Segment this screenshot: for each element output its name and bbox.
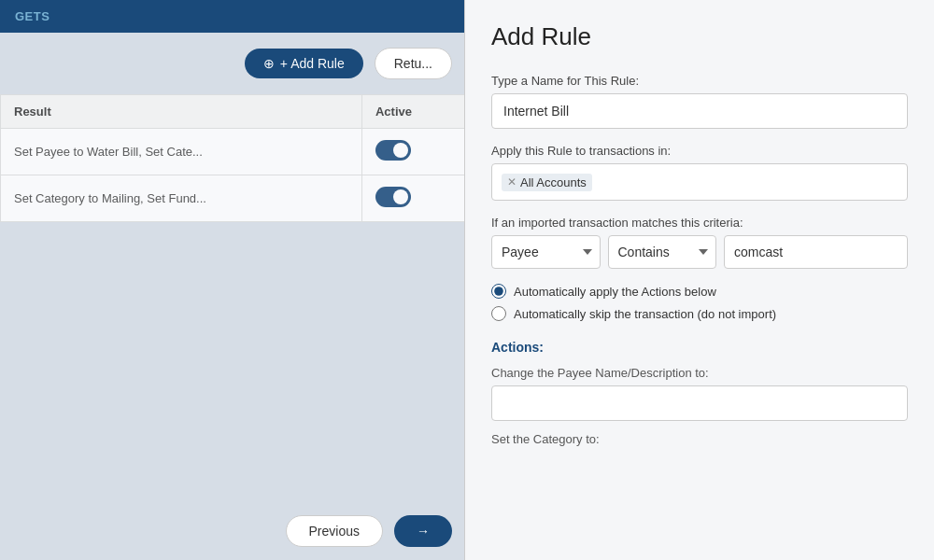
return-label: Retu... xyxy=(394,56,432,71)
previous-button[interactable]: Previous xyxy=(286,515,383,547)
left-footer: Previous → xyxy=(0,502,467,560)
criteria-label: If an imported transaction matches this … xyxy=(491,216,908,230)
rule-name-label: Type a Name for This Rule: xyxy=(491,74,908,88)
active-cell-1[interactable] xyxy=(361,129,466,175)
radio-item-apply: Automatically apply the Actions below xyxy=(491,284,908,299)
add-rule-button[interactable]: ⊕ + Add Rule xyxy=(245,49,363,78)
return-button[interactable]: Retu... xyxy=(375,48,452,79)
result-cell-1: Set Payee to Water Bill, Set Cate... xyxy=(1,129,362,175)
active-column-header: Active xyxy=(361,95,466,129)
add-icon: ⊕ xyxy=(263,56,275,71)
payee-name-input[interactable] xyxy=(491,385,908,421)
next-icon: → xyxy=(417,524,430,539)
form-title: Add Rule xyxy=(491,22,908,51)
result-cell-2: Set Category to Mailing, Set Fund... xyxy=(1,175,362,222)
previous-label: Previous xyxy=(309,524,360,539)
header-text: GETS xyxy=(15,9,50,23)
radio-group: Automatically apply the Actions below Au… xyxy=(491,284,908,321)
actions-section-label: Actions: xyxy=(491,340,908,355)
radio-skip[interactable] xyxy=(491,306,506,321)
criteria-value-input[interactable] xyxy=(724,235,908,269)
toggle-2[interactable] xyxy=(375,187,411,207)
right-panel: Add Rule Type a Name for This Rule: Appl… xyxy=(464,0,934,560)
radio-apply[interactable] xyxy=(491,284,506,299)
rules-table: Result Active Set Payee to Water Bill, S… xyxy=(0,94,467,222)
set-category-label: Set the Category to: xyxy=(491,432,908,446)
rule-name-input[interactable] xyxy=(491,93,908,129)
toggle-1[interactable] xyxy=(375,140,411,161)
table-row: Set Payee to Water Bill, Set Cate... xyxy=(1,129,467,175)
payee-name-label: Change the Payee Name/Description to: xyxy=(491,366,908,380)
active-cell-2[interactable] xyxy=(361,175,466,222)
left-panel: GETS ⊕ + Add Rule Retu... Result Active … xyxy=(0,0,467,560)
left-header: GETS xyxy=(0,0,467,33)
payee-select[interactable]: Payee Category Amount xyxy=(491,235,601,269)
accounts-input[interactable]: ✕ All Accounts xyxy=(491,163,908,201)
left-toolbar: ⊕ + Add Rule Retu... xyxy=(0,33,467,94)
radio-item-skip: Automatically skip the transaction (do n… xyxy=(491,306,908,321)
tag-remove-icon[interactable]: ✕ xyxy=(507,175,517,189)
criteria-row: Payee Category Amount Contains Equals St… xyxy=(491,235,908,269)
contains-select[interactable]: Contains Equals Starts With xyxy=(608,235,717,269)
all-accounts-tag[interactable]: ✕ All Accounts xyxy=(502,174,592,191)
radio-skip-label: Automatically skip the transaction (do n… xyxy=(514,307,776,321)
accounts-label: Apply this Rule to transactions in: xyxy=(491,144,908,158)
tag-label: All Accounts xyxy=(520,175,587,189)
add-rule-label: + Add Rule xyxy=(280,56,345,71)
next-button[interactable]: → xyxy=(394,515,452,547)
result-column-header: Result xyxy=(1,95,362,129)
table-row: Set Category to Mailing, Set Fund... xyxy=(1,175,467,222)
radio-apply-label: Automatically apply the Actions below xyxy=(514,285,716,299)
